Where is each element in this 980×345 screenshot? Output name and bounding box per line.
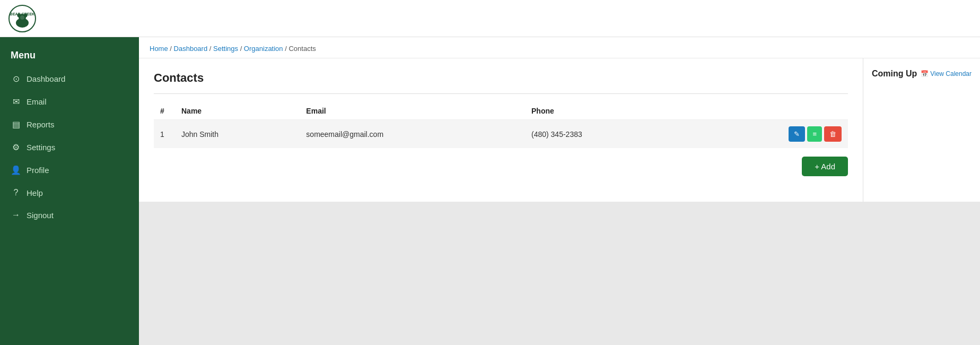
sidebar-item-label: Email	[27, 97, 47, 106]
add-contact-button[interactable]: + Add	[802, 157, 848, 176]
dashboard-icon: ⊙	[11, 74, 21, 84]
table-row: 1 John Smith someemail@gmail.com (480) 3…	[154, 120, 848, 149]
sidebar-item-profile[interactable]: 👤 Profile	[0, 159, 139, 182]
calendar-icon: 📅	[921, 70, 929, 77]
top-bar: BEAR CREEK	[0, 0, 980, 37]
sidebar-item-label: Reports	[27, 120, 55, 129]
sidebar-item-label: Help	[27, 188, 43, 197]
settings-icon: ⚙	[11, 142, 21, 152]
sidebar-item-reports[interactable]: ▤ Reports	[0, 113, 139, 136]
sidebar-item-help[interactable]: ? Help	[0, 182, 139, 204]
contacts-tbody: 1 John Smith someemail@gmail.com (480) 3…	[154, 120, 848, 149]
page-title: Contacts	[154, 71, 848, 85]
content-area: Home / Dashboard / Settings / Organizati…	[139, 37, 980, 345]
breadcrumb-settings[interactable]: Settings	[213, 45, 238, 53]
add-row: + Add	[154, 157, 848, 176]
cell-name: John Smith	[175, 120, 300, 149]
delete-button[interactable]: 🗑	[824, 126, 842, 142]
main-content: Contacts # Name Email Phone 1	[139, 58, 980, 202]
profile-icon: 👤	[11, 165, 21, 175]
sidebar-item-dashboard[interactable]: ⊙ Dashboard	[0, 67, 139, 90]
breadcrumb-dashboard[interactable]: Dashboard	[174, 45, 208, 53]
sidebar-item-settings[interactable]: ⚙ Settings	[0, 136, 139, 159]
main-layout: Menu ⊙ Dashboard ✉ Email ▤ Reports ⚙ Set…	[0, 37, 980, 345]
breadcrumb-organization[interactable]: Organization	[244, 45, 283, 53]
contacts-divider	[154, 93, 848, 94]
sidebar-menu-label: Menu	[0, 46, 139, 67]
col-number: #	[154, 102, 175, 120]
breadcrumb: Home / Dashboard / Settings / Organizati…	[139, 37, 980, 58]
svg-point-6	[20, 15, 24, 20]
table-header: # Name Email Phone	[154, 102, 848, 120]
coming-up-header: Coming Up 📅 View Calendar	[872, 69, 972, 79]
reports-icon: ▤	[11, 119, 21, 130]
signout-icon: →	[11, 210, 21, 220]
col-email: Email	[300, 102, 525, 120]
cell-email: someemail@gmail.com	[300, 120, 525, 149]
sidebar-item-label: Settings	[27, 143, 55, 152]
view-calendar-link[interactable]: 📅 View Calendar	[921, 70, 972, 77]
breadcrumb-home[interactable]: Home	[150, 45, 168, 53]
cell-actions: ✎ ≡ 🗑	[684, 120, 848, 149]
cell-number: 1	[154, 120, 175, 149]
contacts-table: # Name Email Phone 1 John Smith someemai…	[154, 102, 848, 148]
breadcrumb-current: Contacts	[288, 45, 316, 53]
help-icon: ?	[11, 188, 21, 197]
right-panel: Coming Up 📅 View Calendar	[863, 58, 980, 202]
sidebar: Menu ⊙ Dashboard ✉ Email ▤ Reports ⚙ Set…	[0, 37, 139, 345]
cell-phone: (480) 345-2383	[525, 120, 684, 149]
sidebar-item-label: Dashboard	[27, 74, 65, 83]
sidebar-item-label: Profile	[27, 166, 49, 175]
sidebar-item-email[interactable]: ✉ Email	[0, 90, 139, 113]
sidebar-item-label: Signout	[27, 211, 54, 220]
sidebar-item-signout[interactable]: → Signout	[0, 204, 139, 226]
col-actions	[684, 102, 848, 120]
bear-creek-logo: BEAR CREEK	[8, 5, 36, 32]
coming-up-title: Coming Up	[872, 69, 917, 79]
edit-button[interactable]: ✎	[789, 126, 805, 142]
list-button[interactable]: ≡	[807, 126, 822, 142]
col-phone: Phone	[525, 102, 684, 120]
lower-area	[139, 202, 980, 345]
col-name: Name	[175, 102, 300, 120]
email-icon: ✉	[11, 97, 21, 107]
contacts-panel: Contacts # Name Email Phone 1	[139, 58, 863, 202]
